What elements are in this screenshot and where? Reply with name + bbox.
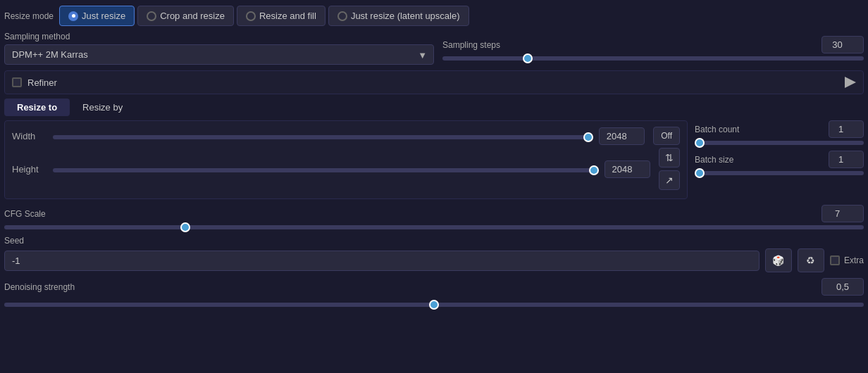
swap-dimensions-button[interactable]: ⇅ (659, 148, 680, 167)
radio-label-resize-fill: Resize and fill (259, 11, 316, 21)
radio-resize-fill[interactable]: Resize and fill (237, 6, 326, 26)
seed-label: Seed (4, 236, 24, 246)
batch-count-slider[interactable] (695, 141, 864, 145)
sampling-method-container: DPM++ 2M Karras ▼ (4, 44, 434, 65)
radio-label-just-resize: Just resize (82, 11, 125, 21)
height-input[interactable] (604, 160, 650, 178)
cfg-scale-label: CFG Scale (4, 209, 46, 219)
cfg-scale-slider[interactable] (4, 225, 864, 229)
extra-checkbox[interactable] (830, 255, 840, 265)
refiner-collapse-icon[interactable] (845, 77, 856, 88)
sampling-steps-label: Sampling steps (442, 40, 500, 50)
denoising-label: Denoising strength (4, 282, 75, 292)
radio-just-resize[interactable]: Just resize (59, 6, 135, 26)
sampling-method-select[interactable]: DPM++ 2M Karras (4, 44, 434, 65)
radio-circle-resize-fill (246, 11, 256, 21)
sampling-steps-slider[interactable] (442, 56, 864, 61)
batch-size-input[interactable] (829, 151, 864, 168)
radio-label-just-resize-latent: Just resize (latent upscale) (351, 11, 460, 21)
aspect-ratio-button[interactable]: ↗ (659, 170, 680, 190)
radio-just-resize-latent[interactable]: Just resize (latent upscale) (328, 6, 469, 26)
sampling-method-label: Sampling method (4, 32, 434, 42)
refiner-label: Refiner (27, 77, 57, 88)
resize-tab-group: Resize to Resize by (4, 99, 864, 116)
extra-checkbox-row: Extra (830, 255, 864, 265)
height-label: Height (12, 164, 47, 175)
refiner-section: Refiner (4, 70, 864, 94)
refiner-checkbox[interactable] (12, 77, 22, 87)
height-slider[interactable] (53, 168, 599, 172)
off-button[interactable]: Off (653, 127, 680, 145)
radio-crop-resize[interactable]: Crop and resize (137, 6, 234, 26)
tab-resize-to[interactable]: Resize to (4, 99, 70, 116)
resize-mode-label: Resize mode (4, 11, 54, 21)
seed-recycle-button[interactable]: ♻ (798, 248, 824, 272)
seed-dice-button[interactable]: 🎲 (765, 248, 792, 272)
radio-circle-crop-resize (147, 11, 156, 21)
batch-count-label: Batch count (695, 125, 739, 134)
batch-panel: Batch count Batch size (695, 120, 864, 199)
seed-input[interactable] (4, 251, 760, 271)
batch-size-slider[interactable] (695, 171, 864, 175)
radio-circle-just-resize-latent (337, 11, 347, 21)
sampling-steps-input[interactable] (822, 36, 864, 53)
width-input[interactable] (599, 127, 645, 145)
batch-size-label: Batch size (695, 155, 733, 165)
tab-resize-by[interactable]: Resize by (70, 99, 135, 116)
denoising-value-input[interactable] (822, 278, 864, 296)
extra-label: Extra (844, 255, 864, 265)
radio-label-crop-resize: Crop and resize (160, 11, 225, 21)
width-label: Width (12, 131, 47, 141)
dimensions-panel: Width Off Height ⇅ ↗ (4, 120, 688, 199)
radio-circle-just-resize (68, 11, 78, 21)
cfg-scale-input[interactable] (822, 205, 864, 222)
batch-count-input[interactable] (829, 120, 864, 138)
width-slider[interactable] (53, 135, 593, 139)
denoising-slider[interactable] (4, 303, 864, 307)
